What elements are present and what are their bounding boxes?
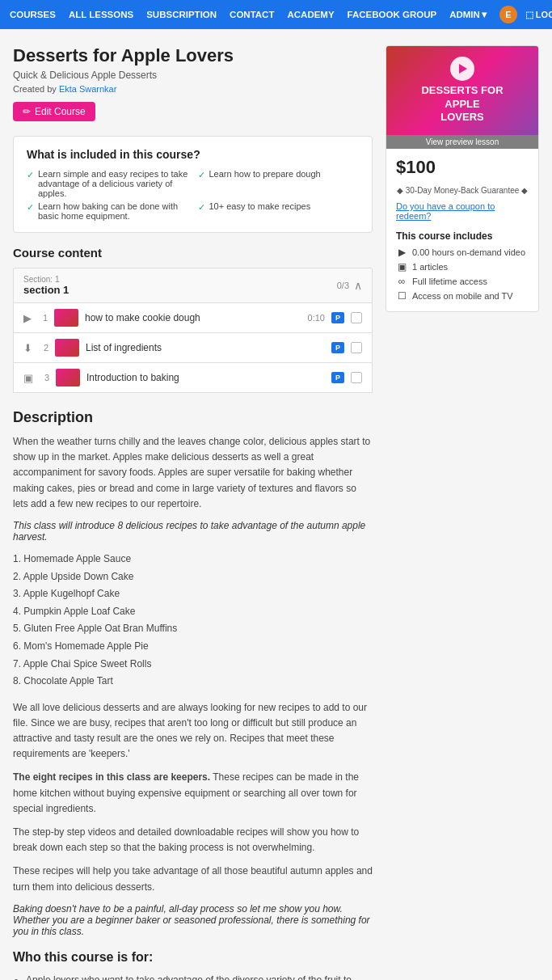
coupon-link[interactable]: Do you have a coupon to redeem? (386, 198, 538, 224)
nav-contact[interactable]: CONTACT (230, 10, 274, 19)
desc-autumn: These recipes will help you take advanta… (13, 864, 373, 894)
include-item-2: ▣ 1 articles (386, 260, 538, 274)
author-link[interactable]: Ekta Swarnkar (59, 84, 117, 94)
feature-text-1: Learn simple and easy recipes to take ad… (38, 169, 188, 198)
recipe-item-5: 5. Gluten Free Apple Oat Bran Muffins (13, 620, 373, 638)
nav-admin[interactable]: ADMIN ▾ (449, 9, 487, 20)
course-created-by: Created by Ekta Swarnkar (13, 84, 373, 94)
play-icon-1: ▶ (23, 312, 32, 324)
sidebar-column: DESSERTS FORAPPLELOVERS View preview les… (386, 45, 539, 980)
nav-academy[interactable]: ACADEMY (287, 10, 334, 19)
include-item-1: ▶ 0.00 hours on-demand video (386, 245, 538, 260)
course-title: Desserts for Apple Lovers (13, 45, 373, 66)
desc-keepers-intro: We all love delicious desserts and are a… (13, 700, 373, 762)
doc-icon-3: ▣ (23, 372, 33, 384)
lesson-check-1[interactable] (351, 312, 362, 323)
lesson-thumb-1 (54, 309, 78, 327)
features-grid: ✓ Learn simple and easy recipes to take … (27, 169, 359, 221)
desc-italic-intro: This class will introduce 8 delicious re… (13, 520, 373, 543)
lesson-title-2: List of ingredients (86, 342, 318, 353)
nav-subscription[interactable]: SUBSCRIPTION (146, 10, 217, 19)
recipe-list: 1. Homemade Apple Sauce 2. Apple Upside … (13, 551, 373, 691)
check-icon-4: ✓ (198, 202, 205, 213)
play-triangle-icon (459, 64, 467, 74)
lesson-row-2[interactable]: ⬇ 2 List of ingredients P (13, 333, 373, 363)
section-header-1[interactable]: Section: 1 section 1 0/3 ∧ (13, 268, 373, 303)
feature-text-3: Learn how to prepare dough (209, 169, 321, 179)
desc-step-by-step: The step-by step videos and detailed dow… (13, 825, 373, 855)
desc-para-1: When the weather turns chilly and the le… (13, 434, 373, 512)
nav-facebook-group[interactable]: FACEBOOK GROUP (348, 10, 437, 19)
section-label-1: Section: 1 (23, 275, 69, 284)
preview-title: DESSERTS FORAPPLELOVERS (421, 84, 503, 125)
recipe-item-1: 1. Homemade Apple Sauce (13, 551, 373, 568)
lesson-row-1[interactable]: ▶ 1 how to make cookie dough 0:10 P (13, 303, 373, 333)
p-badge-2: P (331, 342, 344, 353)
lesson-check-2[interactable] (351, 342, 362, 353)
lesson-num-2: 2 (39, 343, 48, 353)
nav-all-lessons[interactable]: ALL LESSONS (69, 10, 133, 19)
navbar: COURSES ALL LESSONS SUBSCRIPTION CONTACT… (0, 0, 552, 29)
p-badge-3: P (331, 372, 344, 383)
preview-content: DESSERTS FORAPPLELOVERS (421, 57, 503, 125)
mobile-icon: ☐ (396, 290, 407, 302)
feature-item-2: ✓ Learn how baking can be done with basi… (27, 201, 188, 221)
feature-item-1: ✓ Learn simple and easy recipes to take … (27, 169, 188, 198)
desc-keepers-bold: The eight recipes in this class are keep… (13, 770, 373, 817)
course-content-title: Course content (13, 246, 373, 260)
feature-text-2: Learn how baking can be done with basic … (38, 201, 188, 221)
lesson-title-3: Introduction to baking (86, 372, 318, 383)
preview-link[interactable]: View preview lesson (386, 135, 538, 149)
description-title: Description (13, 409, 373, 426)
course-includes-title: This course includes (386, 224, 538, 245)
lesson-title-1: how to make cookie dough (85, 312, 301, 323)
section-chevron: ∧ (354, 279, 362, 292)
who-item-1: Apple lovers who want to take advantage … (26, 973, 373, 980)
main-wrapper: Desserts for Apple Lovers Quick & Delici… (0, 29, 552, 980)
recipe-item-6: 6. Mom's Homemade Apple Pie (13, 638, 373, 656)
lesson-check-3[interactable] (351, 372, 362, 383)
section-count-1: 0/3 ∧ (337, 279, 362, 292)
included-box: What is included in this course? ✓ Learn… (13, 136, 373, 233)
logout-icon: ⬚ (525, 10, 533, 20)
include-item-4: ☐ Access on mobile and TV (386, 289, 538, 311)
feature-text-4: 10+ easy to make recipes (209, 201, 311, 211)
section-name-1: section 1 (23, 284, 69, 296)
recipe-item-2: 2. Apple Upside Down Cake (13, 568, 373, 586)
chevron-down-icon: ▾ (482, 9, 487, 20)
preview-image: DESSERTS FORAPPLELOVERS (386, 46, 538, 135)
avatar-button[interactable]: E (499, 6, 517, 23)
recipe-item-3: 3. Apple Kugelhopf Cake (13, 585, 373, 603)
feature-item-4: ✓ 10+ easy to make recipes (198, 201, 360, 221)
feature-item-3: ✓ Learn how to prepare dough (198, 169, 360, 198)
guarantee-line: ◆ 30-Day Money-Back Guarantee ◆ (386, 183, 538, 198)
lesson-thumb-3 (56, 369, 80, 387)
include-item-3: ∞ Full lifetime access (386, 274, 538, 289)
lifetime-icon: ∞ (396, 276, 407, 287)
who-list: Apple lovers who want to take advantage … (13, 973, 373, 980)
course-price: $100 (386, 149, 538, 183)
lesson-num-1: 1 (38, 313, 48, 323)
recipe-item-8: 8. Chocolate Apple Tart (13, 673, 373, 691)
desc-closing-italic: Baking doesn't have to be a painful, all… (13, 903, 373, 937)
course-subtitle: Quick & Delicious Apple Desserts (13, 70, 373, 81)
nav-courses[interactable]: COURSES (10, 10, 56, 19)
included-title: What is included in this course? (27, 148, 359, 161)
lesson-row-3[interactable]: ▣ 3 Introduction to baking P (13, 363, 373, 393)
edit-icon: ✏ (23, 106, 31, 117)
check-icon-3: ✓ (198, 170, 205, 180)
recipe-item-4: 4. Pumpkin Apple Loaf Cake (13, 603, 373, 621)
p-badge-1: P (331, 312, 344, 323)
check-icon-2: ✓ (27, 202, 34, 213)
sidebar-card: DESSERTS FORAPPLELOVERS View preview les… (386, 45, 539, 312)
video-icon: ▶ (396, 247, 407, 258)
edit-course-button[interactable]: ✏ Edit Course (13, 102, 95, 121)
lesson-num-3: 3 (40, 373, 49, 382)
logout-button[interactable]: ⬚ LOGOUT (525, 10, 552, 20)
course-content-section: Course content Section: 1 section 1 0/3 … (13, 246, 373, 393)
content-column: Desserts for Apple Lovers Quick & Delici… (13, 45, 386, 980)
check-icon-1: ✓ (27, 170, 34, 180)
play-button[interactable] (450, 57, 474, 81)
who-title: Who this course is for: (13, 950, 373, 965)
recipe-item-7: 7. Apple Chai Spice Sweet Rolls (13, 656, 373, 674)
